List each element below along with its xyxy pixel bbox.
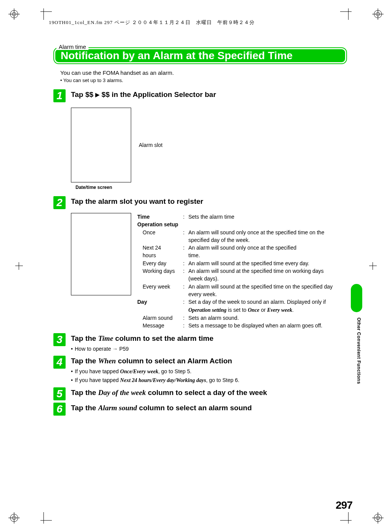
- crop-corner-icon: [37, 512, 52, 527]
- section-title: Notification by an Alarm at the Specifie…: [61, 50, 292, 62]
- step-title: Tap the alarm slot you want to register: [71, 197, 347, 206]
- step-4: 4 Tap the When column to select an Alarm…: [53, 356, 347, 384]
- page: 19OTH01_1col_EN.fm 297 ページ ２００４年１１月２４日 水…: [0, 0, 392, 532]
- step-number: 3: [53, 333, 66, 346]
- side-section-label: Other Convenient Functions: [356, 318, 361, 384]
- registration-mark-icon: [372, 8, 384, 20]
- step-number: 5: [53, 387, 66, 400]
- def-desc: An alarm will sound at the specified tim…: [188, 283, 339, 298]
- def-term-day: Day: [137, 298, 183, 314]
- step-note: •If you have tapped Once/Every week, go …: [71, 368, 347, 375]
- step-2: 2 Tap the alarm slot you want to registe…: [53, 196, 347, 209]
- step-1: 1 Tap $$ ▶ $$ in the Application Selecto…: [53, 89, 347, 102]
- file-header-text: 19OTH01_1col_EN.fm 297 ページ ２００４年１１月２４日 水…: [49, 19, 255, 26]
- step-5: 5 Tap the Day of the week column to sele…: [53, 387, 347, 400]
- content-area: Alarm time Notification by an Alarm at t…: [53, 40, 347, 418]
- page-number: 297: [336, 499, 352, 511]
- crop-corner-icon: [37, 5, 52, 20]
- step-note: •How to operate → P59: [71, 346, 347, 352]
- def-term-next24b: hours: [137, 251, 183, 259]
- def-term-message: Message: [137, 322, 183, 329]
- triangle-right-icon: ▶: [95, 92, 100, 98]
- arrow-right-icon: →: [112, 346, 118, 352]
- step-number: 2: [53, 196, 66, 209]
- def-desc: Sets a message to be displayed when an a…: [188, 322, 339, 329]
- def-desc: An alarm will sound only once at the spe…: [188, 244, 339, 251]
- section-title-bar: Notification by an Alarm at the Specifie…: [53, 47, 347, 64]
- registration-mark-icon: [8, 512, 20, 524]
- def-term-opsetup: Operation setup: [137, 221, 339, 228]
- screenshot-side-label: Alarm slot: [139, 142, 162, 148]
- intro-bullet: •You can set up to 3 alarms.: [60, 77, 347, 83]
- step-number: 1: [53, 89, 66, 102]
- step-3: 3 Tap the Time column to set the alarm t…: [53, 333, 347, 352]
- def-term-working: Working days: [137, 267, 183, 283]
- def-term-everyweek: Every week: [137, 283, 183, 298]
- step-title: Tap the Alarm sound column to select an …: [71, 403, 347, 413]
- def-term-once: Once: [137, 229, 183, 244]
- step1-screenshot-row: Alarm slot: [71, 108, 347, 182]
- step-number: 6: [53, 403, 66, 416]
- registration-mark-icon: [372, 512, 384, 524]
- definitions-list: Time:Sets the alarm time Operation setup…: [137, 213, 339, 329]
- step-title: Tap the Time column to set the alarm tim…: [71, 334, 347, 343]
- def-desc: An alarm will sound at the specified tim…: [188, 267, 339, 283]
- screenshot-caption: Date/time screen: [76, 185, 347, 190]
- step-number: 4: [53, 356, 66, 369]
- def-term-everyday: Every day: [137, 260, 183, 267]
- registration-mark-icon: [8, 8, 20, 20]
- def-desc: Sets an alarm sound.: [188, 314, 339, 322]
- section-eyebrow: Alarm time: [56, 44, 88, 50]
- crop-cross-icon: [369, 262, 377, 270]
- step-title: Tap the When column to select an Alarm A…: [71, 356, 347, 366]
- def-desc: An alarm will sound at the specified tim…: [188, 260, 339, 267]
- step-title: Tap $$ ▶ $$ in the Application Selector …: [71, 90, 347, 100]
- intro-text: You can use the FOMA handset as an alarm…: [60, 69, 347, 76]
- def-term-alarmsound: Alarm sound: [137, 314, 183, 322]
- side-tab-marker: [351, 284, 362, 312]
- def-desc: time.: [188, 251, 339, 259]
- def-desc: An alarm will sound only once at the spe…: [188, 229, 339, 244]
- step-note: •If you have tapped Next 24 hours/Every …: [71, 377, 347, 384]
- crop-corner-icon: [340, 5, 355, 20]
- screenshot-placeholder: [71, 108, 131, 182]
- def-term-time: Time: [137, 213, 183, 221]
- def-desc: Set a day of the week to sound an alarm.…: [188, 298, 339, 314]
- step-6: 6 Tap the Alarm sound column to select a…: [53, 403, 347, 416]
- screenshot-placeholder: [71, 213, 131, 295]
- crop-corner-icon: [340, 512, 355, 527]
- def-term-next24: Next 24: [137, 244, 183, 251]
- def-desc: Sets the alarm time: [188, 213, 339, 221]
- crop-cross-icon: [15, 262, 23, 270]
- step-title: Tap the Day of the week column to select…: [71, 388, 347, 398]
